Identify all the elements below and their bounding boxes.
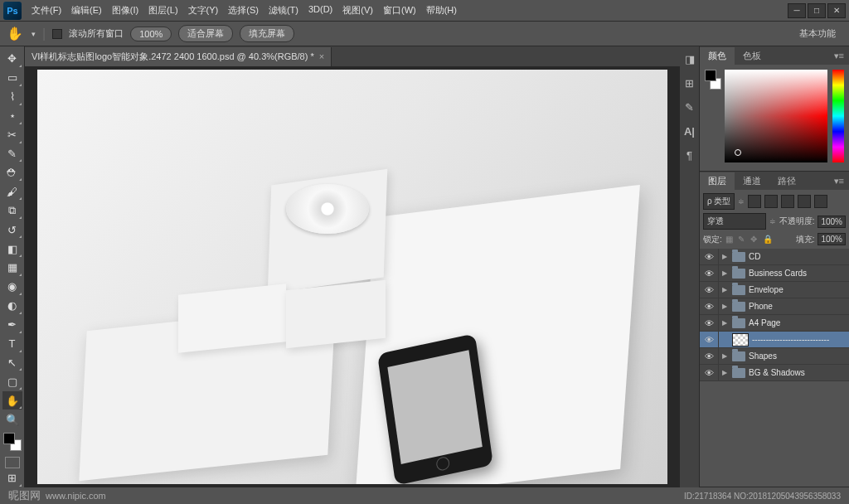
layers-panel-menu-icon[interactable]: ▾≡ — [829, 176, 849, 187]
color-panel-swatches[interactable] — [705, 70, 720, 94]
menu-item[interactable]: 文字(Y) — [183, 1, 224, 20]
magic-wand-tool[interactable]: ⋆ — [2, 107, 22, 125]
layers-tab[interactable]: 图层 — [700, 172, 735, 190]
layer-row[interactable]: 👁---------------------------- — [700, 332, 849, 348]
workspace-selector[interactable]: 基本功能 — [793, 26, 842, 41]
tool-preset-dropdown[interactable]: ▾ — [32, 30, 36, 38]
filter-adjustment-icon[interactable] — [764, 195, 778, 208]
color-panel-menu-icon[interactable]: ▾≡ — [829, 51, 849, 61]
layer-row[interactable]: 👁▶Business Cards — [700, 265, 849, 282]
blur-tool[interactable]: ◉ — [2, 278, 22, 296]
visibility-toggle[interactable]: 👁 — [703, 269, 715, 279]
path-selection-tool[interactable]: ↖ — [2, 354, 22, 372]
color-tab[interactable]: 颜色 — [700, 47, 735, 65]
move-tool[interactable]: ✥ — [2, 50, 22, 68]
expand-arrow-icon[interactable]: ▶ — [722, 269, 729, 277]
clone-stamp-tool[interactable]: ⧉ — [2, 201, 22, 220]
filter-smart-icon[interactable] — [814, 195, 827, 208]
pen-tool[interactable]: ✒ — [2, 316, 22, 334]
menu-item[interactable]: 帮助(H) — [421, 1, 462, 20]
menu-item[interactable]: 窗口(W) — [378, 1, 421, 20]
paragraph-panel-icon[interactable]: ¶ — [686, 149, 692, 162]
lock-all-icon[interactable]: 🔒 — [763, 235, 773, 245]
opacity-input[interactable]: 100% — [817, 216, 846, 228]
gradient-tool[interactable]: ▦ — [2, 259, 22, 277]
expand-arrow-icon[interactable]: ▶ — [722, 286, 729, 293]
fill-screen-button[interactable]: 填充屏幕 — [240, 25, 294, 42]
close-button[interactable]: ✕ — [827, 3, 846, 18]
layer-row[interactable]: 👁▶Shapes — [700, 348, 849, 365]
expand-arrow-icon[interactable]: ▶ — [722, 303, 729, 310]
lock-position-icon[interactable]: ✥ — [750, 235, 760, 245]
collapsed-panel-strip: ◨ ⊞ ✎ A| ¶ — [680, 46, 700, 487]
visibility-toggle[interactable]: 👁 — [703, 351, 715, 361]
filter-pixel-icon[interactable] — [748, 195, 761, 208]
layer-row[interactable]: 👁▶Phone — [700, 298, 849, 315]
lock-transparency-icon[interactable]: ▦ — [725, 235, 735, 245]
fill-input[interactable]: 100% — [817, 233, 846, 245]
hue-slider[interactable] — [832, 70, 844, 162]
visibility-toggle[interactable]: 👁 — [703, 252, 715, 262]
menu-item[interactable]: 图层(L) — [143, 1, 182, 20]
layer-filter-type[interactable]: ρ 类型 — [703, 193, 735, 210]
maximize-button[interactable]: □ — [808, 3, 826, 18]
document-tab[interactable]: VI样机标志贴图logo智能对象.2472 2400 1600.psd @ 40… — [25, 47, 332, 66]
layer-row[interactable]: 👁▶Envelope — [700, 282, 849, 298]
tab-close-icon[interactable]: × — [319, 51, 324, 61]
lasso-tool[interactable]: ⌇ — [2, 88, 22, 106]
swatches-tab[interactable]: 色板 — [735, 47, 769, 65]
menu-item[interactable]: 编辑(E) — [66, 1, 107, 20]
zoom-100-button[interactable]: 100% — [130, 27, 172, 41]
right-panels: ◨ ⊞ ✎ A| ¶ 颜色 色板 ▾≡ — [680, 46, 849, 487]
history-brush-tool[interactable]: ↺ — [2, 220, 22, 239]
menu-item[interactable]: 视图(V) — [337, 1, 378, 20]
screen-mode-toggle[interactable]: ⊞ — [2, 469, 22, 487]
layer-row[interactable]: 👁▶A4 Page — [700, 315, 849, 332]
quick-mask-toggle[interactable] — [5, 457, 20, 468]
type-tool[interactable]: T — [2, 335, 22, 353]
foreground-color-swatch[interactable] — [3, 433, 15, 444]
lock-pixels-icon[interactable]: ✎ — [738, 235, 748, 245]
color-field[interactable] — [725, 70, 827, 162]
expand-arrow-icon[interactable]: ▶ — [722, 369, 729, 376]
dodge-tool[interactable]: ◐ — [2, 297, 22, 315]
visibility-toggle[interactable]: 👁 — [703, 368, 715, 378]
menu-item[interactable]: 图像(I) — [107, 1, 143, 20]
menu-item[interactable]: 3D(D) — [303, 1, 337, 20]
expand-arrow-icon[interactable]: ▶ — [722, 319, 729, 327]
character-panel-icon[interactable]: A| — [684, 125, 695, 138]
scroll-all-checkbox[interactable] — [52, 29, 62, 39]
visibility-toggle[interactable]: 👁 — [703, 285, 715, 295]
brush-tool[interactable]: 🖌 — [2, 182, 22, 201]
marquee-tool[interactable]: ▭ — [2, 69, 22, 87]
layer-row[interactable]: 👁▶BG & Shadows — [700, 365, 849, 381]
shape-tool[interactable]: ▢ — [2, 372, 22, 390]
fit-screen-button[interactable]: 适合屏幕 — [178, 25, 233, 42]
healing-brush-tool[interactable]: ⛑ — [2, 163, 22, 182]
visibility-toggle[interactable]: 👁 — [703, 318, 715, 328]
paths-tab[interactable]: 路径 — [769, 172, 804, 190]
brush-panel-icon[interactable]: ✎ — [685, 101, 694, 114]
menu-item[interactable]: 滤镜(T) — [264, 1, 303, 20]
crop-tool[interactable]: ✂ — [2, 126, 22, 144]
foreground-background-colors[interactable] — [3, 433, 22, 451]
zoom-tool[interactable]: 🔍 — [2, 410, 22, 429]
blend-mode-select[interactable]: 穿透 — [703, 213, 766, 230]
channels-tab[interactable]: 通道 — [735, 172, 769, 190]
visibility-toggle[interactable]: 👁 — [703, 335, 715, 345]
filter-type-icon[interactable] — [781, 195, 794, 208]
eyedropper-tool[interactable]: ✎ — [2, 145, 22, 163]
filter-shape-icon[interactable] — [798, 195, 811, 208]
history-panel-icon[interactable]: ◨ — [685, 53, 695, 65]
visibility-toggle[interactable]: 👁 — [703, 302, 715, 312]
layer-row[interactable]: 👁▶CD — [700, 249, 849, 265]
expand-arrow-icon[interactable]: ▶ — [722, 253, 729, 260]
eraser-tool[interactable]: ◧ — [2, 240, 22, 258]
minimize-button[interactable]: ─ — [788, 3, 806, 18]
properties-panel-icon[interactable]: ⊞ — [685, 77, 694, 90]
expand-arrow-icon[interactable]: ▶ — [722, 352, 729, 360]
menu-item[interactable]: 文件(F) — [27, 1, 66, 20]
menu-item[interactable]: 选择(S) — [223, 1, 264, 20]
canvas-viewport[interactable] — [25, 66, 680, 487]
hand-tool[interactable]: ✋ — [2, 391, 22, 410]
